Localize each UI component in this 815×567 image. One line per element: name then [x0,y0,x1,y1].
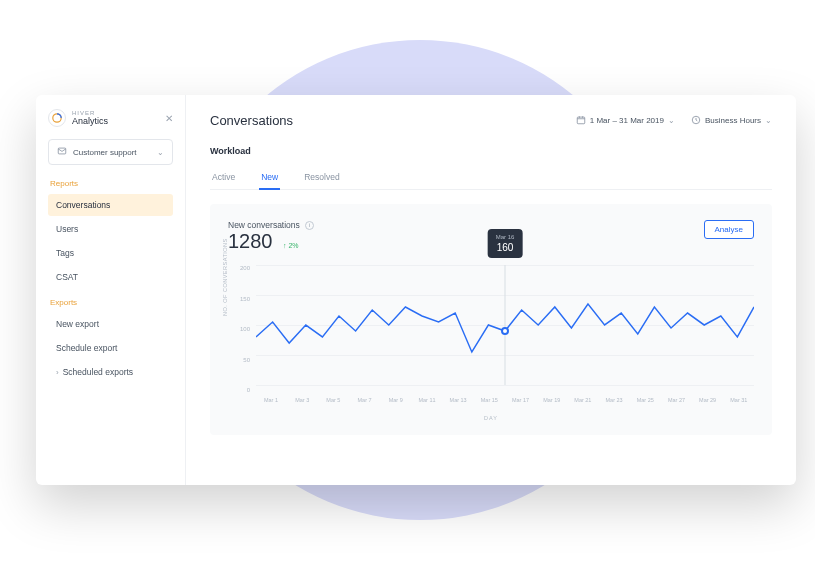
clock-icon [691,115,701,127]
chart-total: 1280 [228,230,273,252]
main-content: Conversations 1 Mar – 31 Mar 2019 ⌄ Busi… [186,95,796,485]
x-tick: Mar 15 [474,397,504,403]
analyse-button[interactable]: Analyse [704,220,754,239]
x-tick: Mar 25 [630,397,660,403]
sidebar-item-conversations[interactable]: Conversations [48,194,173,216]
x-tick: Mar 17 [506,397,536,403]
hours-filter[interactable]: Business Hours ⌄ [691,115,772,127]
chart-card: New conversations i 1280 ↑ 2% Analyse NO… [210,204,772,435]
x-tick: Mar 21 [568,397,598,403]
y-tick: 150 [240,296,250,302]
workload-subhead: Workload [210,146,772,156]
calendar-icon [576,115,586,127]
sidebar-item-tags[interactable]: Tags [48,242,173,264]
y-tick: 50 [243,357,250,363]
app-window: HIVER Analytics ✕ Customer support ⌄ Rep… [36,95,796,485]
brand-text: HIVER Analytics [72,110,108,126]
mailbox-selector-label: Customer support [73,148,137,157]
y-axis: 200150100500 [228,261,256,411]
x-tick: Mar 9 [381,397,411,403]
sidebar-item-label: Schedule export [56,343,117,353]
date-range-picker[interactable]: 1 Mar – 31 Mar 2019 ⌄ [576,115,675,127]
y-tick: 0 [247,387,250,393]
chart-area: NO. OF CONVERSATIONS 200150100500 Mar 1M… [228,261,754,411]
sidebar-item-label: New export [56,319,99,329]
brand-row: HIVER Analytics ✕ [48,109,173,127]
sidebar-item-scheduled-exports[interactable]: ›Scheduled exports [48,361,173,383]
x-tick: Mar 31 [724,397,754,403]
chevron-right-icon: › [56,368,59,377]
page-header: Conversations 1 Mar – 31 Mar 2019 ⌄ Busi… [210,113,772,128]
x-axis-label: DAY [228,415,754,421]
sidebar-item-schedule-export[interactable]: Schedule export [48,337,173,359]
tab-resolved[interactable]: Resolved [302,166,341,190]
tab-active[interactable]: Active [210,166,237,190]
sidebar: HIVER Analytics ✕ Customer support ⌄ Rep… [36,95,186,485]
inbox-icon [57,146,67,158]
sidebar-item-new-export[interactable]: New export [48,313,173,335]
x-tick: Mar 27 [661,397,691,403]
chevron-down-icon: ⌄ [765,116,772,125]
x-tick: Mar 5 [318,397,348,403]
brand-logo-icon [48,109,66,127]
x-tick: Mar 11 [412,397,442,403]
x-tick: Mar 7 [350,397,380,403]
x-axis: Mar 1Mar 3Mar 5Mar 7Mar 9Mar 11Mar 13Mar… [256,397,754,403]
mailbox-selector[interactable]: Customer support ⌄ [48,139,173,165]
x-tick: Mar 29 [693,397,723,403]
x-tick: Mar 19 [537,397,567,403]
chart-highlight-dot [501,327,509,335]
chart-delta: ↑ 2% [283,242,299,249]
chevron-down-icon: ⌄ [668,116,675,125]
brand-line2: Analytics [72,116,108,126]
close-icon[interactable]: ✕ [165,113,173,124]
x-tick: Mar 1 [256,397,286,403]
info-icon[interactable]: i [305,221,314,230]
date-range-label: 1 Mar – 31 Mar 2019 [590,116,664,125]
exports-section-label: Exports [50,298,173,307]
sidebar-item-users[interactable]: Users [48,218,173,240]
reports-section-label: Reports [50,179,173,188]
tab-new[interactable]: New [259,166,280,190]
svg-rect-2 [577,117,585,124]
x-tick: Mar 23 [599,397,629,403]
hours-filter-label: Business Hours [705,116,761,125]
sidebar-item-csat[interactable]: CSAT [48,266,173,288]
y-tick: 100 [240,326,250,332]
chart-title: New conversations [228,220,300,230]
x-tick: Mar 3 [287,397,317,403]
workload-tabs: ActiveNewResolved [210,166,772,190]
chart-plot[interactable]: Mar 1Mar 3Mar 5Mar 7Mar 9Mar 11Mar 13Mar… [256,261,754,411]
chevron-down-icon: ⌄ [157,148,164,157]
y-tick: 200 [240,265,250,271]
x-tick: Mar 13 [443,397,473,403]
chart-highlight-line [505,265,506,385]
page-title: Conversations [210,113,293,128]
sidebar-item-label: Scheduled exports [63,367,133,377]
y-axis-label: NO. OF CONVERSATIONS [222,238,228,316]
